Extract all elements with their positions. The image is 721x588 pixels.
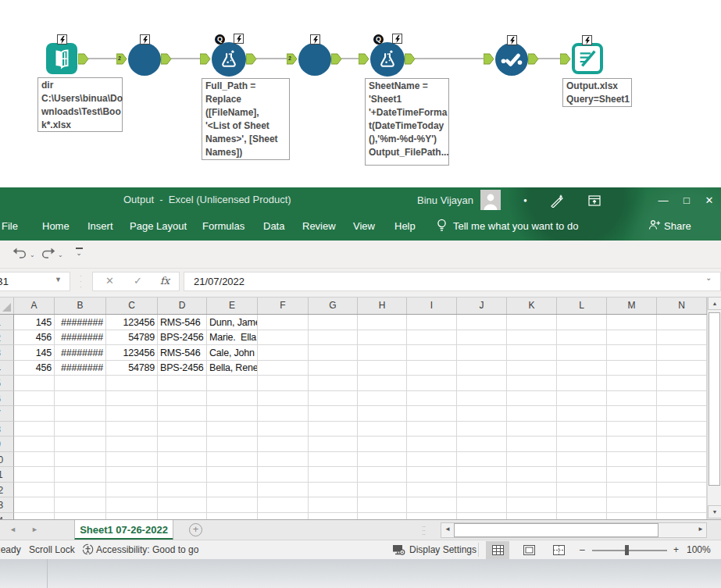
cell-F13[interactable] xyxy=(258,497,309,513)
cell-K4[interactable] xyxy=(507,361,557,376)
row-header-10[interactable]: 10 xyxy=(0,452,14,468)
output-anchor[interactable] xyxy=(528,53,539,65)
cell-E13[interactable] xyxy=(207,497,258,513)
cell-C13[interactable] xyxy=(106,497,158,513)
cell-M8[interactable] xyxy=(607,422,657,437)
cell-J12[interactable] xyxy=(457,483,507,498)
annotation-fullpath-formula[interactable]: Full_Path =Replace([FileName],'<List of … xyxy=(202,78,290,160)
input-data-tool[interactable] xyxy=(46,43,77,74)
page-break-preview-button[interactable] xyxy=(547,541,570,559)
cell-J4[interactable] xyxy=(457,361,507,376)
ribbon-tab-data[interactable]: Data xyxy=(263,220,284,232)
cell-G6[interactable] xyxy=(309,391,358,407)
cell-I6[interactable] xyxy=(407,391,457,407)
cell-F1[interactable] xyxy=(258,315,309,330)
cell-G11[interactable] xyxy=(309,467,358,483)
cell-B7[interactable] xyxy=(55,406,106,422)
inking-pen-icon[interactable] xyxy=(547,191,567,210)
output-anchor[interactable] xyxy=(405,53,416,65)
scroll-right-icon[interactable]: ► xyxy=(698,526,704,533)
annotation-input-path[interactable]: dirC:\Users\binua\Downloads\Test\Book*.x… xyxy=(37,77,123,132)
cell-C4[interactable]: 54789 xyxy=(106,361,158,376)
close-button[interactable]: ✕ xyxy=(698,187,721,213)
output-anchor[interactable] xyxy=(78,53,89,65)
new-sheet-button[interactable]: + xyxy=(189,523,202,536)
macro-tool-1[interactable] xyxy=(128,43,161,76)
cell-F14[interactable] xyxy=(258,513,309,520)
cell-K9[interactable] xyxy=(507,437,557,452)
cell-D11[interactable] xyxy=(158,467,207,483)
cell-D7[interactable] xyxy=(158,406,207,422)
row-header-4[interactable]: 4 xyxy=(0,361,14,376)
cell-I8[interactable] xyxy=(407,422,457,437)
cell-D12[interactable] xyxy=(158,483,207,498)
cell-A4[interactable]: 456 xyxy=(14,361,55,376)
cell-I7[interactable] xyxy=(407,406,457,422)
cell-E6[interactable] xyxy=(207,391,258,407)
cell-A14[interactable] xyxy=(14,513,55,520)
cell-J13[interactable] xyxy=(457,497,507,513)
title-bar[interactable]: Output - Excel (Unlicensed Product) Binu… xyxy=(0,187,721,213)
scroll-down-icon[interactable]: ▼ xyxy=(708,505,721,519)
cell-E5[interactable] xyxy=(207,376,258,391)
cell-E10[interactable] xyxy=(207,452,258,468)
cell-H10[interactable] xyxy=(358,452,407,468)
cell-H2[interactable] xyxy=(358,330,407,346)
cell-C1[interactable]: 123456 xyxy=(106,315,158,330)
cell-D9[interactable] xyxy=(158,437,207,452)
cell-M4[interactable] xyxy=(607,361,657,376)
ribbon-tab-file[interactable]: File xyxy=(2,220,18,232)
row-header-5[interactable]: 5 xyxy=(0,376,14,391)
cell-B12[interactable] xyxy=(55,483,106,498)
column-header-J[interactable]: J xyxy=(457,298,507,314)
customize-qat-icon[interactable]: ⌄ xyxy=(75,248,83,256)
undo-dropdown-icon[interactable]: ⌄ xyxy=(30,251,35,258)
share-button[interactable]: Share xyxy=(664,220,691,232)
cell-J6[interactable] xyxy=(457,391,507,407)
cell-B4[interactable]: ######## xyxy=(55,361,106,376)
cell-A13[interactable] xyxy=(14,497,55,513)
row-header-12[interactable]: 12 xyxy=(0,483,14,498)
select-all-corner[interactable] xyxy=(0,298,14,314)
cell-I9[interactable] xyxy=(407,437,457,452)
output-anchor[interactable] xyxy=(331,53,342,65)
cell-D8[interactable] xyxy=(158,422,207,437)
column-header-D[interactable]: D xyxy=(158,298,207,314)
cell-D6[interactable] xyxy=(158,391,207,407)
cell-J14[interactable] xyxy=(457,513,507,520)
scroll-lock-indicator[interactable]: Scroll Lock xyxy=(29,544,75,555)
column-header-K[interactable]: K xyxy=(507,298,557,314)
horizontal-scrollbar[interactable]: ◄ ► xyxy=(441,522,707,538)
cell-K13[interactable] xyxy=(507,497,557,513)
row-header-8[interactable]: 8 xyxy=(0,422,14,437)
column-header-B[interactable]: B xyxy=(55,298,106,314)
cell-F8[interactable] xyxy=(258,422,309,437)
cell-J1[interactable] xyxy=(457,315,507,330)
macro-tool-2[interactable] xyxy=(298,43,331,76)
account-name[interactable]: Binu Vijayan xyxy=(417,194,473,206)
cell-L14[interactable] xyxy=(557,513,607,520)
cell-K8[interactable] xyxy=(507,422,557,437)
cell-K12[interactable] xyxy=(507,483,557,498)
accessibility-status[interactable]: Accessibility: Good to go xyxy=(96,544,198,555)
cell-C2[interactable]: 54789 xyxy=(106,330,158,346)
enter-icon[interactable]: ✓ xyxy=(134,275,142,287)
input-anchor[interactable]: 2 xyxy=(287,53,298,65)
cell-H8[interactable] xyxy=(358,422,407,437)
cell-N2[interactable] xyxy=(657,330,707,346)
row-header-6[interactable]: 6 xyxy=(0,391,14,407)
cell-B1[interactable]: ######## xyxy=(55,315,106,330)
cell-L11[interactable] xyxy=(557,467,607,483)
formula-bar-expand-icon[interactable]: ⌄ xyxy=(705,273,712,282)
cell-C6[interactable] xyxy=(106,391,158,407)
cell-I4[interactable] xyxy=(407,361,457,376)
ribbon-tab-insert[interactable]: Insert xyxy=(87,220,113,232)
tab-splitter-grip[interactable]: ∙∙∙∙∙∙ xyxy=(422,525,425,536)
cell-I1[interactable] xyxy=(407,315,457,330)
zoom-slider-thumb[interactable] xyxy=(625,545,629,555)
cell-F5[interactable] xyxy=(258,376,309,391)
cell-G5[interactable] xyxy=(309,376,358,391)
cell-J8[interactable] xyxy=(457,422,507,437)
cell-K10[interactable] xyxy=(507,452,557,468)
cell-G9[interactable] xyxy=(309,437,358,452)
